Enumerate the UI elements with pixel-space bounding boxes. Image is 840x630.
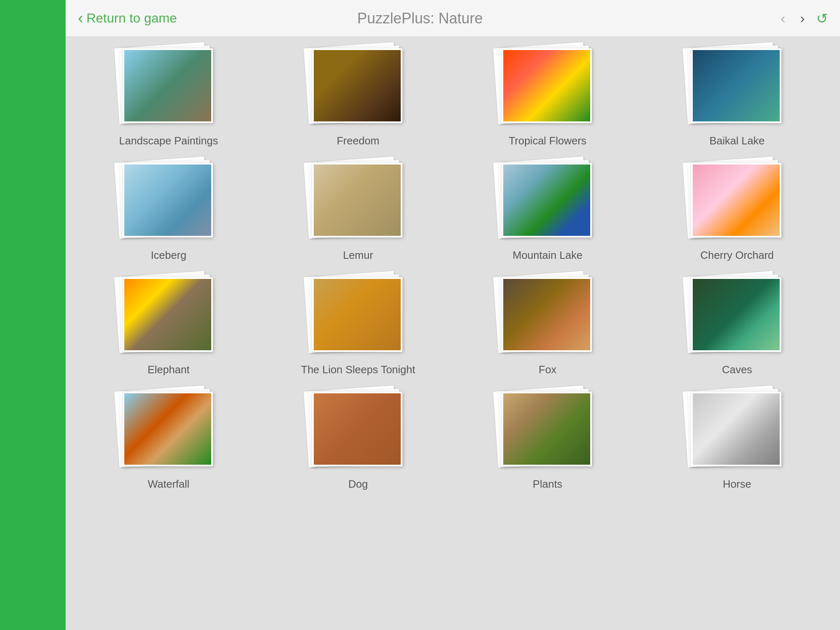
puzzle-image-plants — [503, 393, 590, 465]
back-chevron-icon: ‹ — [78, 9, 83, 27]
puzzle-item-mountain-lake[interactable]: Mountain Lake — [457, 160, 638, 262]
puzzle-item-fox[interactable]: Fox — [457, 274, 638, 376]
photo-front-lemur — [312, 163, 402, 237]
puzzle-label-iceberg: Iceberg — [151, 249, 187, 262]
puzzle-grid-container: Landscape PaintingsFreedomTropical Flowe… — [66, 37, 840, 630]
photo-front-waterfall — [123, 392, 213, 466]
puzzle-label-baikal-lake: Baikal Lake — [710, 135, 765, 147]
next-button[interactable]: › — [797, 7, 808, 30]
puzzle-item-caves[interactable]: Caves — [646, 274, 828, 376]
back-button[interactable]: ‹ Return to game — [78, 9, 177, 27]
photo-front-horse — [691, 392, 781, 466]
photo-front-tropical-flowers — [502, 48, 592, 123]
puzzle-image-baikal-lake — [693, 50, 780, 121]
puzzle-label-horse: Horse — [723, 478, 751, 491]
photo-stack-dog — [309, 388, 407, 470]
puzzle-item-horse[interactable]: Horse — [646, 388, 828, 491]
puzzle-label-landscape-paintings: Landscape Paintings — [119, 135, 218, 147]
photo-front-dog — [312, 392, 402, 466]
puzzle-label-fox: Fox — [539, 363, 556, 376]
puzzle-label-dog: Dog — [348, 478, 368, 491]
photo-front-iceberg — [123, 163, 213, 237]
puzzle-item-freedom[interactable]: Freedom — [267, 45, 449, 147]
photo-stack-waterfall — [119, 388, 218, 470]
puzzle-image-lion — [314, 279, 401, 350]
photo-stack-iceberg — [119, 160, 218, 242]
puzzle-item-tropical-flowers[interactable]: Tropical Flowers — [457, 45, 638, 147]
puzzle-image-caves — [693, 279, 780, 350]
photo-stack-baikal-lake — [688, 45, 786, 127]
puzzle-label-freedom: Freedom — [337, 135, 379, 147]
photo-front-landscape-paintings — [123, 48, 213, 123]
puzzle-item-elephant[interactable]: Elephant — [78, 274, 259, 376]
puzzle-label-lemur: Lemur — [343, 249, 373, 262]
photo-stack-mountain-lake — [498, 160, 597, 242]
puzzle-item-cherry-orchard[interactable]: Cherry Orchard — [646, 160, 828, 262]
puzzle-label-caves: Caves — [722, 363, 752, 376]
puzzle-image-freedom — [314, 50, 401, 121]
puzzle-image-mountain-lake — [503, 164, 590, 236]
puzzle-item-iceberg[interactable]: Iceberg — [78, 160, 259, 262]
photo-front-baikal-lake — [691, 48, 781, 123]
puzzle-image-dog — [314, 393, 401, 465]
photo-front-elephant — [123, 277, 213, 352]
photo-stack-landscape-paintings — [119, 45, 218, 127]
puzzle-item-lion[interactable]: The Lion Sleeps Tonight — [267, 274, 449, 376]
header-nav: ‹ › ↺ — [777, 7, 828, 30]
puzzle-item-lemur[interactable]: Lemur — [267, 160, 449, 262]
puzzle-grid: Landscape PaintingsFreedomTropical Flowe… — [78, 45, 828, 491]
photo-front-mountain-lake — [502, 163, 592, 237]
photo-front-cherry-orchard — [691, 163, 781, 237]
puzzle-image-tropical-flowers — [503, 50, 590, 121]
photo-stack-elephant — [119, 274, 218, 356]
main-content: ‹ Return to game PuzzlePlus: Nature ‹ › … — [66, 0, 840, 630]
photo-stack-caves — [688, 274, 786, 356]
puzzle-image-waterfall — [124, 393, 211, 465]
photo-stack-horse — [688, 388, 786, 470]
puzzle-label-plants: Plants — [533, 478, 562, 491]
header: ‹ Return to game PuzzlePlus: Nature ‹ › … — [66, 0, 840, 37]
photo-front-caves — [691, 277, 781, 352]
puzzle-image-cherry-orchard — [693, 164, 780, 236]
puzzle-item-plants[interactable]: Plants — [457, 388, 638, 491]
photo-stack-plants — [498, 388, 597, 470]
photo-front-plants — [502, 392, 592, 466]
puzzle-label-tropical-flowers: Tropical Flowers — [509, 135, 587, 147]
puzzle-image-lemur — [314, 164, 401, 236]
back-label: Return to game — [87, 11, 177, 26]
photo-stack-tropical-flowers — [498, 45, 597, 127]
puzzle-image-landscape-paintings — [124, 50, 211, 121]
sidebar — [0, 0, 66, 630]
page-title: PuzzlePlus: Nature — [357, 10, 483, 27]
puzzle-label-lion: The Lion Sleeps Tonight — [301, 363, 415, 376]
photo-stack-cherry-orchard — [688, 160, 786, 242]
photo-front-freedom — [312, 48, 402, 123]
prev-button[interactable]: ‹ — [777, 7, 788, 30]
puzzle-label-waterfall: Waterfall — [148, 478, 189, 491]
photo-front-lion — [312, 277, 402, 352]
photo-stack-lion — [309, 274, 407, 356]
puzzle-label-cherry-orchard: Cherry Orchard — [700, 249, 774, 262]
puzzle-item-landscape-paintings[interactable]: Landscape Paintings — [78, 45, 259, 147]
puzzle-item-waterfall[interactable]: Waterfall — [78, 388, 259, 491]
photo-stack-freedom — [309, 45, 407, 127]
photo-stack-lemur — [309, 160, 407, 242]
puzzle-item-dog[interactable]: Dog — [267, 388, 449, 491]
puzzle-label-elephant: Elephant — [148, 363, 190, 376]
puzzle-image-fox — [503, 279, 590, 350]
puzzle-image-iceberg — [124, 164, 211, 236]
photo-stack-fox — [498, 274, 597, 356]
puzzle-item-baikal-lake[interactable]: Baikal Lake — [646, 45, 828, 147]
puzzle-image-elephant — [124, 279, 211, 350]
photo-front-fox — [502, 277, 592, 352]
reload-button[interactable]: ↺ — [816, 10, 828, 27]
puzzle-image-horse — [693, 393, 780, 465]
puzzle-label-mountain-lake: Mountain Lake — [513, 249, 583, 262]
